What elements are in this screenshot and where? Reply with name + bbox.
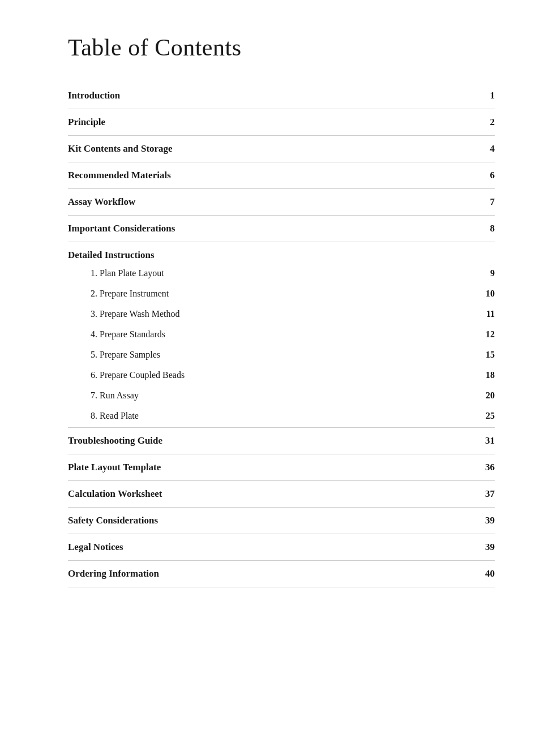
toc-sub-entry-page: 15	[472, 350, 495, 360]
toc-sub-entry: 3. Prepare Wash Method11	[68, 304, 495, 324]
toc-sub-entry-page: 11	[472, 309, 495, 319]
divider	[68, 560, 495, 561]
toc-entry-title: Recommended Materials	[68, 170, 472, 181]
toc-entry: Principle2	[68, 110, 495, 134]
toc-sub-entry: 8. Read Plate25	[68, 406, 495, 426]
toc-entry-page: 39	[472, 542, 495, 553]
toc-entry-page: 31	[472, 435, 495, 446]
divider	[68, 427, 495, 428]
toc-sub-entry: 5. Prepare Samples15	[68, 345, 495, 365]
toc-entry: Important Considerations8	[68, 217, 495, 240]
toc-sub-entry-title: 2. Prepare Instrument	[91, 289, 472, 299]
toc-entry-title: Assay Workflow	[68, 196, 472, 208]
toc-entry-title: Principle	[68, 117, 472, 128]
toc-sub-entry-page: 12	[472, 329, 495, 340]
toc-entry-page: 2	[472, 117, 495, 128]
toc-entry: Legal Notices39	[68, 535, 495, 559]
toc-entry-title: Plate Layout Template	[68, 462, 472, 473]
toc-entry-page: 39	[472, 515, 495, 526]
toc-section-header: Detailed Instructions	[68, 243, 495, 263]
toc-sub-entry: 4. Prepare Standards12	[68, 324, 495, 345]
toc-entry-title: Calculation Worksheet	[68, 488, 472, 500]
toc-sub-entry-title: 7. Run Assay	[91, 390, 472, 401]
toc-entry: Assay Workflow7	[68, 190, 495, 214]
toc-entry-title: Safety Considerations	[68, 515, 472, 526]
toc-entry-title: Troubleshooting Guide	[68, 435, 472, 446]
toc-entry: Introduction1	[68, 84, 495, 108]
toc-entry: Calculation Worksheet37	[68, 482, 495, 506]
divider	[68, 135, 495, 136]
toc-sub-entry: 2. Prepare Instrument10	[68, 284, 495, 304]
toc-entry-title: Kit Contents and Storage	[68, 143, 472, 154]
toc-entry: Recommended Materials6	[68, 164, 495, 187]
toc-entry: Troubleshooting Guide31	[68, 429, 495, 453]
toc-entry-title: Legal Notices	[68, 542, 472, 553]
toc-container: Introduction1Principle2Kit Contents and …	[68, 84, 495, 587]
toc-entry-page: 40	[472, 568, 495, 579]
toc-entry-title: Ordering Information	[68, 568, 472, 579]
toc-sub-entry-title: 6. Prepare Coupled Beads	[91, 370, 472, 380]
divider	[68, 162, 495, 162]
toc-sub-entry-page: 25	[472, 411, 495, 421]
page-title: Table of Contents	[68, 34, 495, 61]
toc-entry-page: 4	[472, 143, 495, 154]
divider	[68, 480, 495, 481]
toc-entry: Kit Contents and Storage4	[68, 137, 495, 161]
divider	[68, 587, 495, 587]
divider	[68, 188, 495, 189]
toc-sub-entry-page: 10	[472, 289, 495, 299]
divider	[68, 109, 495, 109]
divider	[68, 507, 495, 508]
divider	[68, 242, 495, 242]
toc-entry-page: 36	[472, 462, 495, 473]
toc-section-header-title: Detailed Instructions	[68, 250, 495, 261]
toc-sub-entry-page: 18	[472, 370, 495, 380]
toc-entry-page: 6	[472, 170, 495, 181]
toc-entry-page: 1	[472, 90, 495, 101]
toc-sub-entry: 6. Prepare Coupled Beads18	[68, 365, 495, 385]
toc-sub-entry-title: 3. Prepare Wash Method	[91, 309, 472, 319]
toc-sub-entry: 7. Run Assay20	[68, 385, 495, 406]
toc-sub-entry-title: 1. Plan Plate Layout	[91, 268, 472, 278]
toc-entry: Safety Considerations39	[68, 509, 495, 532]
toc-sub-entry-title: 5. Prepare Samples	[91, 350, 472, 360]
toc-entry-title: Important Considerations	[68, 223, 472, 234]
toc-entry-page: 7	[472, 196, 495, 208]
toc-sub-entry-page: 20	[472, 390, 495, 401]
toc-entry-title: Introduction	[68, 90, 472, 101]
divider	[68, 215, 495, 216]
toc-sub-entry-title: 8. Read Plate	[91, 411, 472, 421]
divider	[68, 534, 495, 534]
toc-sub-entry-page: 9	[472, 268, 495, 278]
toc-entry: Ordering Information40	[68, 562, 495, 586]
toc-entry-page: 37	[472, 488, 495, 500]
toc-entry-page: 8	[472, 223, 495, 234]
divider	[68, 454, 495, 454]
toc-sub-entry: 1. Plan Plate Layout9	[68, 263, 495, 284]
toc-sub-entry-title: 4. Prepare Standards	[91, 329, 472, 340]
toc-entry: Plate Layout Template36	[68, 456, 495, 479]
